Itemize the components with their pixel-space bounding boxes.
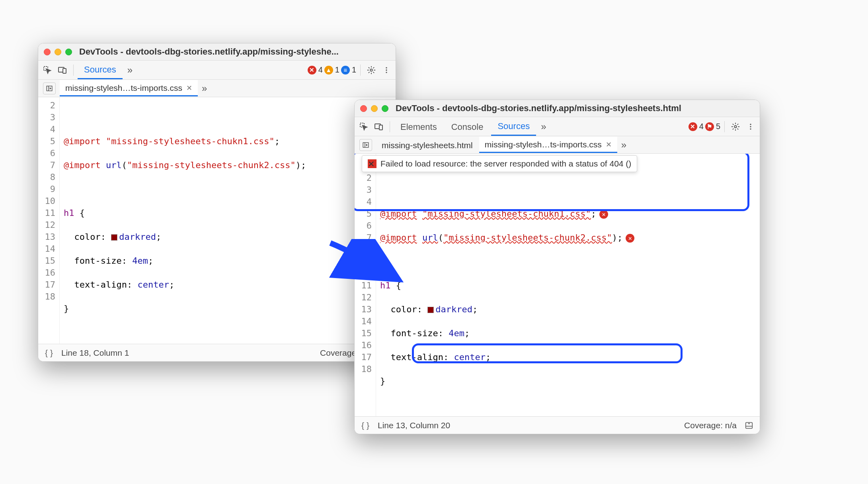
navigator-toggle-icon[interactable] xyxy=(359,139,372,151)
more-tabs-icon[interactable]: » xyxy=(124,65,136,76)
svg-point-15 xyxy=(750,123,751,125)
code-editor[interactable]: ✕ Failed to load resource: the server re… xyxy=(355,154,760,416)
cursor-position: Line 18, Column 1 xyxy=(61,348,129,358)
status-bar: { } Line 18, Column 1 Coverage: n/a xyxy=(38,344,396,361)
traffic-lights xyxy=(360,105,388,112)
close-tab-icon[interactable]: ✕ xyxy=(606,140,612,149)
device-toolbar-icon[interactable] xyxy=(372,120,386,133)
warning-count-badge[interactable]: ▲1 xyxy=(324,65,339,74)
window-title: DevTools - devtools-dbg-stories.netlify.… xyxy=(396,103,681,114)
line-gutter: 23456789101112131415161718 xyxy=(38,97,60,344)
svg-point-14 xyxy=(734,125,737,128)
close-window-button[interactable] xyxy=(360,105,367,112)
issue-icon: ⚑ xyxy=(705,122,714,131)
color-swatch-icon[interactable] xyxy=(111,234,117,241)
inspect-element-icon[interactable] xyxy=(41,63,54,77)
tab-console[interactable]: Console xyxy=(445,118,490,135)
device-toolbar-icon[interactable] xyxy=(56,63,69,77)
more-files-icon[interactable]: » xyxy=(618,139,630,151)
color-swatch-icon[interactable] xyxy=(427,307,434,313)
inline-error-icon[interactable]: ✕ xyxy=(599,210,608,219)
error-icon: ✕ xyxy=(308,66,316,74)
pretty-print-icon[interactable]: { } xyxy=(44,348,54,358)
more-menu-icon[interactable] xyxy=(380,63,393,77)
file-tabstrip: missing-stylesheets.html missing-stylesh… xyxy=(355,136,760,154)
tab-elements[interactable]: Elements xyxy=(394,118,443,135)
coverage-status: Coverage: n/a xyxy=(684,421,737,430)
tooltip-text: Failed to load resource: the server resp… xyxy=(380,159,631,169)
error-count-badge[interactable]: ✕4 xyxy=(689,122,704,131)
file-tab-css[interactable]: missing-stylesh…ts-imports.css ✕ xyxy=(479,137,617,153)
minimize-window-button[interactable] xyxy=(371,105,378,112)
code-area[interactable]: @import "missing-stylesheets-chukn1.css"… xyxy=(60,97,396,344)
file-tabstrip: missing-stylesh…ts-imports.css ✕ » xyxy=(38,80,396,97)
minimize-window-button[interactable] xyxy=(55,49,61,55)
more-menu-icon[interactable] xyxy=(744,120,757,133)
inline-error-icon[interactable]: ✕ xyxy=(626,234,634,243)
status-bar: { } Line 13, Column 20 Coverage: n/a xyxy=(355,416,760,434)
info-icon: ≡ xyxy=(341,66,350,74)
traffic-lights xyxy=(44,49,72,55)
main-tabstrip: Elements Console Sources » ✕4 ⚑5 xyxy=(355,117,760,136)
file-tab-css[interactable]: missing-stylesh…ts-imports.css ✕ xyxy=(60,80,198,96)
settings-icon[interactable] xyxy=(729,120,742,133)
file-tab-label: missing-stylesh…ts-imports.css xyxy=(485,140,602,149)
svg-rect-13 xyxy=(379,125,382,130)
svg-point-4 xyxy=(386,67,387,68)
bottom-drawer-icon[interactable] xyxy=(744,420,754,431)
pretty-print-icon[interactable]: { } xyxy=(360,420,371,431)
code-area[interactable]: @import "missing-stylesheets-chukn1.css"… xyxy=(376,154,760,416)
more-tabs-icon[interactable]: » xyxy=(538,121,549,132)
close-tab-icon[interactable]: ✕ xyxy=(186,84,192,92)
issues-count-badge[interactable]: ⚑5 xyxy=(705,122,720,131)
svg-point-17 xyxy=(750,128,751,129)
error-tooltip: ✕ Failed to load resource: the server re… xyxy=(362,155,637,172)
devtools-window-left: DevTools - devtools-dbg-stories.netlify.… xyxy=(38,43,396,362)
tab-sources[interactable]: Sources xyxy=(78,61,123,79)
inspect-element-icon[interactable] xyxy=(357,120,371,133)
error-count-badge[interactable]: ✕4 xyxy=(308,65,323,74)
info-count-badge[interactable]: ≡1 xyxy=(341,65,356,74)
svg-point-16 xyxy=(750,126,751,127)
titlebar: DevTools - devtools-dbg-stories.netlify.… xyxy=(355,100,760,117)
svg-point-3 xyxy=(370,69,373,71)
svg-rect-2 xyxy=(63,69,66,73)
main-tabstrip: Sources » ✕4 ▲1 ≡1 xyxy=(38,61,396,80)
svg-point-5 xyxy=(386,69,387,71)
maximize-window-button[interactable] xyxy=(382,105,388,112)
warning-icon: ▲ xyxy=(324,66,333,74)
settings-icon[interactable] xyxy=(365,63,378,77)
file-tab-html[interactable]: missing-stylesheets.html xyxy=(376,137,478,153)
annotation-arrow-icon xyxy=(326,239,406,287)
svg-point-6 xyxy=(386,72,387,73)
navigator-toggle-icon[interactable] xyxy=(43,82,56,94)
file-tab-label: missing-stylesh…ts-imports.css xyxy=(65,83,182,93)
code-editor[interactable]: 23456789101112131415161718 @import "miss… xyxy=(38,97,396,344)
error-icon: ✕ xyxy=(368,159,376,168)
titlebar: DevTools - devtools-dbg-stories.netlify.… xyxy=(38,43,396,61)
close-window-button[interactable] xyxy=(44,49,51,55)
cursor-position: Line 13, Column 20 xyxy=(378,421,450,430)
window-title: DevTools - devtools-dbg-stories.netlify.… xyxy=(79,47,339,57)
devtools-window-right: DevTools - devtools-dbg-stories.netlify.… xyxy=(354,100,760,434)
more-files-icon[interactable]: » xyxy=(199,83,210,94)
error-icon: ✕ xyxy=(689,122,697,131)
file-tab-label: missing-stylesheets.html xyxy=(382,141,473,150)
tab-sources[interactable]: Sources xyxy=(491,117,536,136)
maximize-window-button[interactable] xyxy=(65,49,72,55)
